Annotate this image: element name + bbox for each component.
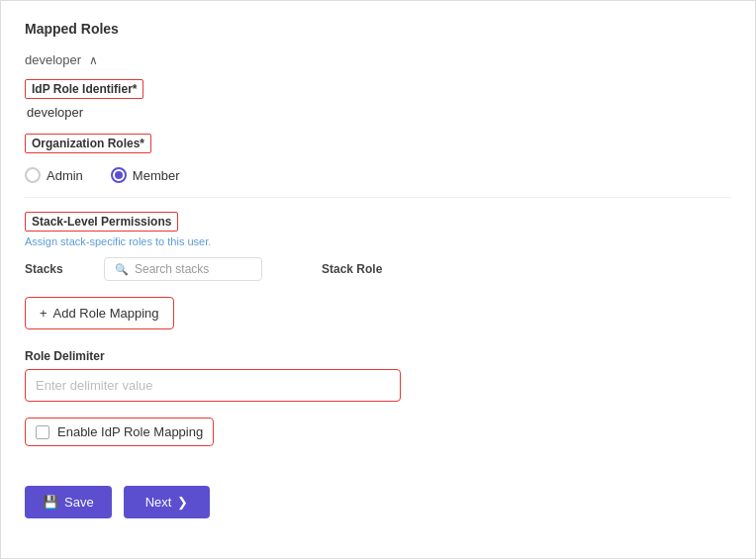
main-container: Mapped Roles developer ∧ IdP Role Identi… [0,0,756,559]
add-role-plus-icon: + [40,306,47,321]
delimiter-label: Role Delimiter [25,349,731,363]
org-roles-section: Organization Roles* Admin Member [25,134,731,183]
chevron-up-icon[interactable]: ∧ [89,53,98,67]
idp-role-label: IdP Role Identifier* [25,79,143,99]
admin-radio-label: Admin [47,168,83,183]
admin-radio-item[interactable]: Admin [25,167,83,183]
idp-role-field: IdP Role Identifier* developer [25,79,731,120]
save-button[interactable]: 💾 Save [25,486,112,518]
footer-row: 💾 Save Next ❯ [25,486,731,518]
stack-subtitle: Assign stack-specific roles to this user… [25,235,731,247]
save-label: Save [64,495,94,510]
divider [25,197,731,198]
stacks-row: Stacks 🔍 Search stacks Stack Role [25,257,731,281]
idp-role-value: developer [25,105,731,120]
stack-permissions-label: Stack-Level Permissions [25,212,178,232]
next-label: Next [145,495,172,510]
developer-toggle-label: developer [25,52,81,67]
member-radio-circle[interactable] [111,167,127,183]
member-radio-label: Member [133,168,180,183]
delimiter-section: Role Delimiter [25,349,731,402]
save-icon: 💾 [43,495,58,510]
enable-mapping-row: Enable IdP Role Mapping [25,418,214,446]
enable-mapping-label: Enable IdP Role Mapping [57,424,203,439]
search-stacks-placeholder: Search stacks [135,262,209,276]
stacks-col-label: Stacks [25,262,84,276]
delimiter-input[interactable] [25,369,401,402]
page-title: Mapped Roles [25,21,731,37]
stack-role-col-label: Stack Role [322,262,382,276]
next-arrow-icon: ❯ [177,495,188,510]
stack-permissions-section: Stack-Level Permissions Assign stack-spe… [25,212,731,281]
add-role-mapping-button[interactable]: + Add Role Mapping [25,297,174,329]
enable-mapping-wrapper: Enable IdP Role Mapping [25,418,731,466]
admin-radio-circle[interactable] [25,167,41,183]
search-icon: 🔍 [115,263,129,276]
next-button[interactable]: Next ❯ [124,486,211,518]
enable-mapping-checkbox[interactable] [36,425,49,439]
developer-section-header: developer ∧ [25,52,731,67]
member-radio-item[interactable]: Member [111,167,180,183]
org-roles-radio-group: Admin Member [25,167,731,183]
org-roles-label: Organization Roles* [25,134,151,153]
add-role-label: Add Role Mapping [53,306,159,321]
search-stacks-input[interactable]: 🔍 Search stacks [104,257,262,281]
